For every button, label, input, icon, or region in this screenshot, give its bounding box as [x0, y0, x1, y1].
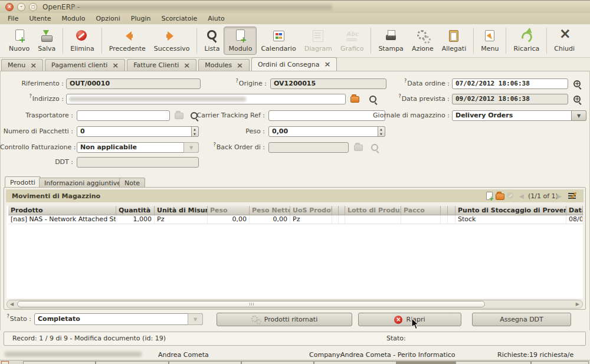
tab-close-icon[interactable]	[324, 61, 331, 67]
indirizzo-field[interactable]	[66, 94, 346, 104]
toolbar-button-modulo[interactable]: Modulo	[224, 27, 257, 55]
column-header-pacco[interactable]: Pacco	[401, 206, 441, 215]
menu-opzioni[interactable]: Opzioni	[91, 15, 126, 22]
taskbar-item[interactable]	[531, 361, 589, 364]
cell-pacco[interactable]	[401, 215, 441, 224]
pager-text: (1/1 of 1)	[528, 192, 558, 200]
toolbar-separator	[546, 28, 547, 54]
toolbar-button-allegati[interactable]: Allegati	[438, 27, 471, 55]
cell-prodotto[interactable]: [nas] NAS - Network Attached Storage	[8, 215, 116, 224]
numero-pacchetti-field[interactable]: 0	[77, 126, 199, 137]
stock-moves-table: Prodotto Quantità Unità di Misura Peso P…	[6, 206, 583, 299]
peso-spinner[interactable]	[378, 126, 385, 137]
trasportatore-field[interactable]	[77, 110, 170, 121]
menu-utente[interactable]: Utente	[24, 15, 56, 22]
riapri-button[interactable]: Riapri	[358, 313, 461, 326]
cell-punto-di-stoccaggio[interactable]: Stock	[455, 215, 566, 224]
giornale-combobox[interactable]: Delivery Orders	[452, 110, 586, 121]
taskbar-item-active[interactable]	[396, 361, 455, 364]
menu-modulo[interactable]: Modulo	[57, 15, 91, 22]
label-text: DDT :	[55, 158, 73, 166]
tab-close-icon[interactable]	[183, 63, 190, 68]
taskbar-item[interactable]	[1, 361, 9, 364]
tab-menu[interactable]: Menu	[1, 59, 43, 71]
toolbar-button-ricarica[interactable]: Ricarica	[509, 27, 543, 55]
cell-unita-di-misura[interactable]: Pz	[155, 215, 208, 224]
toolbar-button-nuovo[interactable]: Nuovo	[5, 27, 34, 55]
column-header-prodotto[interactable]: Prodotto	[8, 206, 116, 215]
cell-peso[interactable]: 0,00	[208, 215, 250, 224]
column-header-uos-prodotto[interactable]: UoS Prodotto	[290, 206, 332, 215]
notebook-tab-informazioni[interactable]: Informazioni aggiuntive	[39, 178, 126, 188]
menu-aiuto[interactable]: Aiuto	[202, 15, 230, 22]
horizontal-scrollbar[interactable]	[6, 300, 583, 309]
toolbar-button-azione[interactable]: Azione	[408, 27, 438, 55]
toolbar-button-successivo[interactable]: Successivo	[150, 27, 194, 55]
column-header-data[interactable]: Data	[566, 206, 583, 215]
open-record-folder-icon[interactable]	[350, 96, 359, 103]
window-maximize-button[interactable]	[29, 3, 37, 11]
tab-fatture-clienti[interactable]: Fatture Clienti	[127, 59, 196, 71]
pager-next-icon[interactable]	[557, 193, 562, 199]
cell-lotto-di-produzione[interactable]	[345, 215, 401, 224]
cell-quantita[interactable]: 1,000	[116, 215, 155, 224]
window-close-button[interactable]	[5, 3, 14, 11]
tab-close-icon[interactable]	[237, 63, 243, 68]
date-picker-icon[interactable]	[573, 95, 582, 104]
numero-pacchetti-spinner[interactable]	[191, 126, 199, 137]
menu-scorciatoie[interactable]: Scorciatoie	[156, 15, 202, 22]
toolbar-button-stampa[interactable]: Stampa	[374, 27, 407, 55]
toolbar-button-salva[interactable]: Salva	[34, 27, 60, 55]
giornale-dropdown-button[interactable]	[571, 110, 586, 121]
column-header-lotto-di-produzione[interactable]: Lotto di Produzione	[345, 206, 401, 215]
taskbar-item[interactable]	[314, 361, 396, 364]
toolbar-button-precedente[interactable]: Precedente	[105, 27, 150, 55]
column-header-unita-di-misura[interactable]: Unità di Misura	[155, 206, 208, 215]
cell-peso-netto[interactable]: 0,00	[250, 215, 290, 224]
ddt-field	[77, 157, 199, 168]
window-minimize-button[interactable]	[17, 3, 25, 11]
data-ordine-field[interactable]: 07/02/2012 18:06:38	[452, 78, 568, 89]
chevron-down-icon	[194, 317, 197, 322]
cell-uos-prodotto[interactable]: Pz	[290, 215, 332, 224]
taskbar-item[interactable]	[455, 361, 531, 364]
column-header-peso[interactable]: Peso	[208, 206, 250, 215]
notebook-tab-prodotti[interactable]: Prodotti	[5, 176, 41, 188]
toolbar-button-calendario[interactable]: Calendario	[257, 27, 300, 55]
switch-view-icon[interactable]	[568, 192, 576, 200]
taskbar-item[interactable]	[169, 361, 241, 364]
column-header-peso-netto[interactable]: Peso Netto	[250, 206, 290, 215]
delete-row-icon	[506, 192, 514, 200]
pager-previous-icon[interactable]	[519, 193, 524, 199]
toolbar-button-menu[interactable]: Menu	[477, 27, 503, 55]
menu-file[interactable]: File	[2, 15, 24, 22]
scroll-left-icon[interactable]	[10, 301, 14, 307]
toolbar-separator	[196, 28, 197, 54]
requests-count-text[interactable]: 19 richiesta/e	[529, 351, 573, 359]
scrollbar-thumb[interactable]	[17, 301, 485, 307]
tab-close-icon[interactable]	[30, 63, 37, 68]
column-header-punto-di-stoccaggio[interactable]: Punto di Stoccaggio di Provenienza	[455, 206, 566, 215]
date-picker-icon[interactable]	[573, 80, 582, 89]
toolbar-button-lista[interactable]: Lista	[200, 27, 224, 55]
requests-label: Richieste:	[497, 351, 529, 359]
toolbar-button-chiudi[interactable]: Chiudi	[550, 27, 579, 55]
tab-modules[interactable]: Modules	[198, 59, 250, 71]
scroll-right-icon[interactable]	[576, 301, 579, 307]
new-row-icon[interactable]	[485, 192, 493, 200]
tab-ordini-di-consegna[interactable]: Ordini di Consegna	[251, 57, 337, 71]
prodotti-ritornati-button[interactable]: Prodotti ritornati	[217, 313, 352, 326]
menu-plugin[interactable]: Plugin	[126, 15, 156, 22]
toolbar-button-elimina[interactable]: Elimina	[66, 27, 99, 55]
notebook-tab-note[interactable]: Note	[119, 178, 145, 188]
cell-data[interactable]: 08/02,	[566, 215, 583, 224]
taskbar-item[interactable]	[23, 361, 96, 364]
taskbar-item[interactable]	[96, 361, 169, 364]
peso-field[interactable]: 0,00	[268, 126, 385, 137]
tab-pagamenti-clienti[interactable]: Pagamenti clienti	[45, 59, 125, 71]
open-row-folder-icon[interactable]	[496, 194, 504, 200]
taskbar-item[interactable]	[241, 361, 314, 364]
tab-close-icon[interactable]	[112, 63, 119, 68]
assegna-ddt-button[interactable]: Assegna DDT	[472, 313, 571, 326]
column-header-quantita[interactable]: Quantità	[116, 206, 155, 215]
